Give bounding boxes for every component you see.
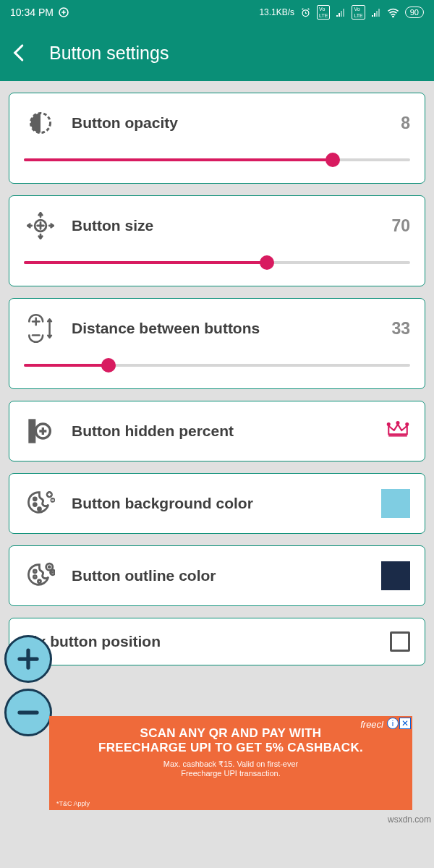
signal-icon-1 xyxy=(336,8,346,17)
opacity-slider[interactable] xyxy=(24,150,410,170)
ad-headline-1: SCAN ANY QR AND PAY WITH xyxy=(62,726,399,741)
setting-size[interactable]: Button size 70 xyxy=(9,195,425,286)
setting-label: Button hidden percent xyxy=(72,422,371,440)
status-right: 13.1KB/s VoLTE VoLTE 90 xyxy=(259,5,424,20)
ad-banner[interactable]: freecl i ✕ SCAN ANY QR AND PAY WITH FREE… xyxy=(49,716,412,810)
status-speed: 13.1KB/s xyxy=(259,7,294,17)
setting-label: Fix button position xyxy=(24,633,375,650)
volte-icon-1: VoLTE xyxy=(317,5,330,20)
status-bar: 10:34 PM 13.1KB/s VoLTE VoLTE 90 xyxy=(0,0,434,25)
hidden-icon xyxy=(24,414,57,448)
distance-icon xyxy=(24,312,57,345)
page-title: Button settings xyxy=(49,43,169,64)
svg-point-2 xyxy=(393,16,393,17)
fix-position-checkbox[interactable] xyxy=(390,631,410,652)
size-icon xyxy=(24,209,57,242)
setting-outline-color[interactable]: Button outline color xyxy=(9,545,425,606)
ad-sub-1: Max. cashback ₹15. Valid on first-ever xyxy=(62,760,399,769)
palette-outline-icon xyxy=(24,559,57,592)
svg-point-15 xyxy=(33,570,36,573)
ad-close-icon[interactable]: ✕ xyxy=(399,718,411,729)
zoom-out-button[interactable] xyxy=(4,689,52,736)
setting-value: 70 xyxy=(391,216,410,236)
svg-point-10 xyxy=(33,498,36,501)
plus-circle-icon xyxy=(58,7,69,18)
svg-point-12 xyxy=(38,508,41,511)
setting-fix-position[interactable]: Fix button position xyxy=(9,618,425,665)
ad-brand: freecl xyxy=(360,719,383,730)
svg-point-8 xyxy=(397,422,399,424)
palette-icon xyxy=(24,487,57,520)
svg-rect-5 xyxy=(30,420,35,442)
setting-label: Button background color xyxy=(72,495,367,512)
outline-color-swatch[interactable] xyxy=(381,561,410,590)
ad-headline-2: FREECHARGE UPI TO GET 5% CASHBACK. xyxy=(62,741,399,755)
svg-point-17 xyxy=(38,580,41,583)
volte-icon-2: VoLTE xyxy=(352,5,365,20)
watermark: wsxdn.com xyxy=(388,814,431,825)
ad-terms: *T&C Apply xyxy=(56,800,90,807)
setting-label: Distance between buttons xyxy=(72,320,377,337)
zoom-in-button[interactable] xyxy=(4,635,52,683)
opacity-icon xyxy=(24,106,57,140)
setting-opacity[interactable]: Button opacity 8 xyxy=(9,93,425,184)
setting-hidden-percent[interactable]: Button hidden percent xyxy=(9,401,425,461)
svg-point-9 xyxy=(406,423,408,425)
svg-point-11 xyxy=(33,503,36,506)
svg-point-7 xyxy=(388,423,390,425)
size-slider[interactable] xyxy=(24,252,410,273)
bg-color-swatch[interactable] xyxy=(381,489,410,518)
signal-icon-2 xyxy=(371,8,381,17)
status-left: 10:34 PM xyxy=(10,7,69,18)
alarm-icon xyxy=(300,7,311,18)
wifi-icon xyxy=(387,8,399,17)
battery-icon: 90 xyxy=(405,7,424,18)
settings-list: Button opacity 8 Button size 70 xyxy=(0,81,434,677)
setting-value: 8 xyxy=(401,114,410,133)
crown-icon xyxy=(386,420,410,443)
setting-label: Button outline color xyxy=(72,567,367,584)
svg-point-16 xyxy=(33,576,36,579)
back-icon[interactable] xyxy=(9,42,30,64)
ad-info-icon[interactable]: i xyxy=(387,718,399,729)
ad-controls: i ✕ xyxy=(387,718,411,729)
setting-value: 33 xyxy=(391,319,410,339)
setting-distance[interactable]: Distance between buttons 33 xyxy=(9,298,425,389)
distance-slider[interactable] xyxy=(24,355,410,375)
ad-sub-2: Freecharge UPI transaction. xyxy=(62,769,399,778)
setting-label: Button size xyxy=(72,217,377,234)
status-time: 10:34 PM xyxy=(10,7,54,18)
setting-bg-color[interactable]: Button background color xyxy=(9,473,425,534)
setting-label: Button opacity xyxy=(72,114,386,132)
app-header: Button settings xyxy=(0,25,434,81)
